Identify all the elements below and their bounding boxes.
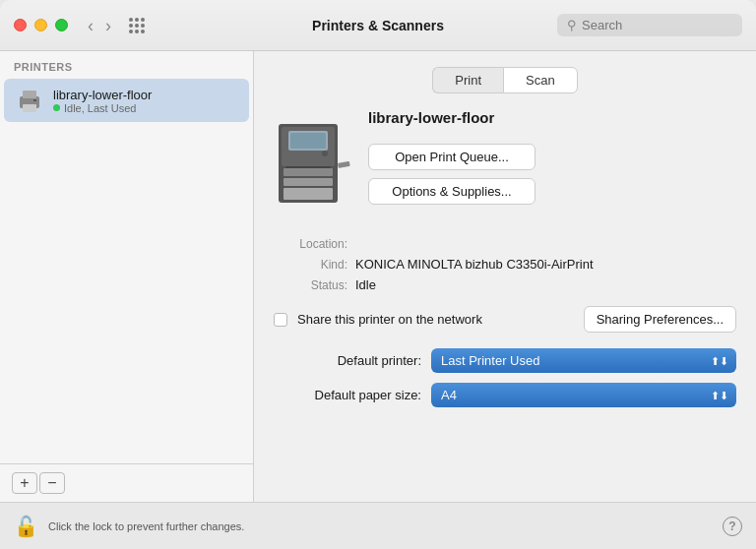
default-paper-select[interactable]: A4 [431,383,736,407]
printer-list: library-lower-floor Idle, Last Used [0,79,253,463]
status-value: Idle [355,277,376,292]
printer-image [274,109,352,221]
lock-text: Click the lock to prevent further change… [48,520,713,532]
info-row-kind: Kind: KONICA MINOLTA bizhub C3350i-AirPr… [274,257,736,272]
printer-status: Idle, Last Used [53,102,152,114]
bottombar: 🔓 Click the lock to prevent further chan… [0,502,756,549]
svg-rect-2 [23,104,36,112]
minimize-button[interactable] [34,19,47,31]
printer-detail-name: library-lower-floor [368,109,536,126]
printer-status-text: Idle, Last Used [64,102,136,114]
help-button[interactable]: ? [723,517,742,536]
grid-dot [129,30,133,33]
printer-name: library-lower-floor [53,88,152,102]
printer-icon [16,87,43,114]
segment-control: Print Scan [274,67,736,93]
grid-dot [141,30,145,33]
sidebar: Printers library-lower-floor Idle, Last … [0,51,254,502]
detail-panel: Print Scan [254,51,756,502]
share-checkbox[interactable] [274,313,287,327]
sidebar-header: Printers [0,51,253,79]
default-printer-select-wrapper: Last Printer Used ⬆⬇ [431,348,736,373]
kind-label: Kind: [274,258,347,272]
location-label: Location: [274,237,347,251]
grid-dot [135,30,139,33]
printer-info: library-lower-floor Idle, Last Used [53,88,152,114]
svg-rect-1 [23,91,36,98]
status-label: Status: [274,278,347,292]
status-dot [53,104,60,111]
default-printer-row: Default printer: Last Printer Used ⬆⬇ [274,348,736,373]
open-print-queue-button[interactable]: Open Print Queue... [368,144,536,170]
lock-icon[interactable]: 🔓 [14,515,38,538]
grid-icon[interactable] [129,18,145,33]
tab-print[interactable]: Print [432,67,503,93]
titlebar: ‹ › Printers & Scanners ⚲ [0,0,756,51]
traffic-lights [14,19,68,31]
grid-dot [129,24,133,28]
svg-rect-10 [290,133,326,149]
svg-rect-13 [285,166,331,168]
options-supplies-button[interactable]: Options & Supplies... [368,178,536,205]
add-printer-button[interactable]: + [12,472,37,494]
info-row-location: Location: [274,237,736,251]
default-printer-select[interactable]: Last Printer Used [431,348,736,373]
printer-item[interactable]: library-lower-floor Idle, Last Used [4,79,249,122]
info-section: Location: Kind: KONICA MINOLTA bizhub C3… [274,237,736,292]
maximize-button[interactable] [55,19,68,31]
tab-scan[interactable]: Scan [503,67,578,93]
default-printer-label: Default printer: [274,353,421,368]
back-button[interactable]: ‹ [84,15,97,36]
printer-detail-top: library-lower-floor Open Print Queue... … [274,109,736,221]
svg-point-12 [322,151,328,156]
kind-value: KONICA MINOLTA bizhub C3350i-AirPrint [355,257,594,272]
svg-rect-3 [33,99,36,101]
default-paper-select-wrapper: A4 ⬆⬇ [431,383,736,407]
search-input[interactable] [582,18,732,32]
svg-rect-7 [284,178,333,186]
close-button[interactable] [14,19,27,31]
search-icon: ⚲ [567,18,577,32]
svg-rect-6 [284,168,333,176]
forward-button[interactable]: › [101,15,115,36]
share-row: Share this printer on the network Sharin… [274,306,736,333]
svg-rect-11 [338,161,350,168]
sharing-preferences-button[interactable]: Sharing Preferences... [584,306,736,333]
info-row-status: Status: Idle [274,277,736,292]
search-bar[interactable]: ⚲ [557,14,742,36]
grid-dot [141,24,145,28]
main-content: Printers library-lower-floor Idle, Last … [0,51,756,502]
default-paper-label: Default paper size: [274,388,421,402]
grid-dot [135,18,139,22]
printer-actions: library-lower-floor Open Print Queue... … [368,109,536,205]
sidebar-footer: + − [0,463,253,502]
default-paper-row: Default paper size: A4 ⬆⬇ [274,383,736,407]
remove-printer-button[interactable]: − [39,472,65,494]
grid-dot [129,18,133,22]
window-title: Printers & Scanners [312,18,444,33]
default-section: Default printer: Last Printer Used ⬆⬇ De… [274,348,736,407]
svg-rect-8 [284,188,333,200]
grid-dot [135,24,139,28]
share-label: Share this printer on the network [297,312,574,327]
grid-dot [141,18,145,22]
nav-buttons: ‹ › [84,15,115,36]
